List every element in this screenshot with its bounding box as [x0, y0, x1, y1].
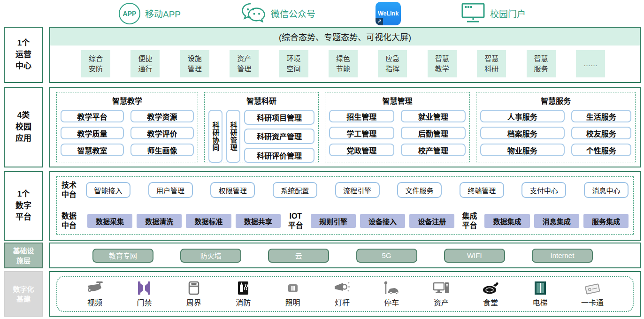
infrastructure-row: 基础设 施层 教育专网 防火墙 云 5G WIFI Internet	[4, 243, 641, 268]
platform-chip: 权限管理	[210, 182, 255, 198]
mobile-app-entry[interactable]: APP 移动APP	[119, 3, 181, 24]
operation-center-panel: (综合态势、专题态势、可视化大屏) 综合安防 便捷通行 设施管理 资产管理 环境…	[49, 27, 641, 83]
smart-campus-architecture-diagram: APP 移动APP 微信公众号 WeLink	[0, 0, 644, 319]
welink-label: WeLink	[378, 10, 399, 17]
module-chip: 档案服务	[480, 127, 565, 139]
chip-label: 智慧服务	[534, 53, 548, 75]
foundation-item-lighting: 照明	[284, 280, 301, 308]
campus-applications-row: 4类 校园 应用 智慧教学 教学平台 教学资源 教学质量 教学评价 智慧教室 师…	[4, 87, 641, 167]
foundation-item-label: 电梯	[533, 296, 548, 308]
canteen-icon	[482, 280, 499, 295]
parking-icon	[383, 280, 400, 295]
module-chip-vertical: 科研管理	[226, 110, 240, 163]
operation-chip: 便捷通行	[130, 50, 160, 77]
module-chip: 智慧教室	[61, 144, 124, 156]
chip-label: ……	[583, 59, 598, 69]
platform-chip: 流程引擎	[335, 182, 380, 198]
infrastructure-panel: 教育专网 防火墙 云 5G WIFI Internet	[49, 243, 641, 268]
platform-chip: 系统配置	[273, 182, 317, 198]
tech-middle-platform-label: 技术 中台	[61, 181, 86, 199]
arrow-up-right-icon	[376, 18, 383, 25]
foundation-item-label: 照明	[285, 296, 300, 308]
group-smart-teaching: 智慧教学 教学平台 教学资源 教学质量 教学评价 智慧教室 师生画像	[56, 92, 198, 162]
foundation-item-card: 一卡通	[581, 280, 604, 308]
operation-chip: 绿色节能	[329, 50, 358, 77]
chip-label: 便捷通行	[138, 53, 152, 75]
platform-chip: 消息中心	[584, 182, 629, 198]
chip-label: 设施管理	[188, 53, 202, 75]
platform-chip: 数据采集	[87, 214, 132, 228]
foundation-item-label: 食堂	[483, 296, 498, 308]
portal-label: 校园门户	[490, 7, 526, 20]
operation-chip: 设施管理	[180, 50, 209, 77]
campus-applications-panel: 智慧教学 教学平台 教学资源 教学质量 教学评价 智慧教室 师生画像 智慧科研 …	[49, 87, 641, 167]
network-chip: WIFI	[444, 249, 505, 263]
chip-label: 应急指挥	[385, 53, 399, 75]
module-chip: 师生画像	[130, 144, 194, 156]
platform-chip: 智能接入	[86, 182, 130, 198]
foundation-item-video: 视频	[86, 280, 103, 308]
platform-chip: 支付中心	[521, 182, 566, 198]
network-chip: 5G	[356, 249, 417, 263]
wechat-icon	[241, 2, 266, 25]
welink-icon: WeLink	[376, 2, 401, 25]
app-icon: APP	[119, 3, 140, 24]
foundation-item-label: 门禁	[137, 296, 152, 308]
operation-chip: 环境空间	[279, 50, 308, 77]
chip-label: 资产管理	[237, 53, 251, 75]
digital-foundation-label: 数字化 基建	[4, 271, 43, 317]
foundation-item-asset: 资产	[433, 280, 450, 308]
perimeter-icon	[185, 280, 202, 295]
integration-platform-label: 集成 平台	[459, 212, 480, 230]
digital-platform-label: 1个 数字 平台	[4, 171, 43, 241]
foundation-item-label: 周界	[186, 296, 201, 308]
operation-center-row: 1个 运营 中心 (综合态势、专题态势、可视化大屏) 综合安防 便捷通行 设施管…	[4, 27, 641, 83]
module-chip: 人事服务	[480, 110, 565, 122]
data-middle-platform-line: 数据 中台 数据采集 数据清洗 数据标准 数据共享 IOT 平台 规则引擎 设备…	[61, 212, 629, 230]
monitor-icon	[461, 2, 485, 25]
operation-chip: 资产管理	[230, 50, 259, 77]
module-chip: 教学平台	[61, 110, 124, 122]
digital-foundation-row: 数字化 基建 视频	[4, 271, 641, 317]
module-chip: 科研评价管理	[244, 148, 314, 163]
foundation-item-parking: 停车	[383, 280, 400, 308]
chip-label: 智慧科研	[484, 53, 498, 75]
platform-chip: 用户管理	[148, 182, 193, 198]
network-chip: 防火墙	[180, 249, 241, 263]
module-chip: 教学资源	[130, 110, 194, 122]
platform-chip: 设备注册	[409, 214, 454, 228]
group-smart-research: 智慧科研 科研协同 科研管理 科研项目管理 科研资产管理 科研评价管理	[204, 92, 319, 162]
digital-foundation-panel: 视频 门禁	[49, 271, 641, 317]
module-chip: 教学评价	[130, 127, 194, 139]
module-chip: 后勤管理	[401, 127, 466, 139]
asset-icon	[433, 280, 450, 295]
module-chip: 个性服务	[571, 144, 631, 156]
foundation-item-label: 灯杆	[335, 296, 350, 308]
digital-foundation-inner: 视频 门禁	[56, 276, 634, 312]
foundation-item-label: 消防	[236, 296, 251, 308]
chip-label: 智慧教学	[435, 53, 449, 75]
digital-platform-panel: 技术 中台 智能接入 用户管理 权限管理 系统配置 流程引擎 文件服务 终端管理…	[49, 171, 641, 241]
platform-chip: 数据共享	[236, 214, 281, 228]
card-icon	[584, 280, 601, 295]
platform-chip: 数据集成	[484, 214, 529, 228]
portal-entry[interactable]: 校园门户	[461, 2, 526, 25]
module-chip: 物业服务	[480, 144, 565, 156]
wechat-entry[interactable]: 微信公众号	[241, 2, 315, 25]
foundation-item-lamp-pole: 灯杆	[334, 280, 351, 308]
platform-chip: 文件服务	[397, 182, 442, 198]
module-chip: 校产管理	[401, 144, 466, 156]
data-middle-platform-label: 数据 中台	[61, 212, 83, 230]
foundation-item-fire: 消防	[235, 280, 252, 308]
cctv-camera-icon	[86, 280, 103, 295]
module-chip-vertical: 科研协同	[208, 110, 222, 163]
platform-chip: 服务集成	[583, 214, 629, 228]
operation-chips: 综合安防 便捷通行 设施管理 资产管理 环境空间 绿色节能 应急指挥 智慧教学 …	[50, 46, 640, 77]
welink-entry[interactable]: WeLink	[376, 2, 401, 25]
foundation-item-elevator: 电梯	[532, 280, 549, 308]
module-chip: 学工管理	[329, 127, 394, 139]
module-chip: 党政管理	[329, 144, 394, 156]
module-chip: 就业管理	[401, 110, 466, 122]
group-smart-management: 智慧管理 招生管理 就业管理 学工管理 后勤管理 党政管理 校产管理	[325, 92, 470, 162]
foundation-item-perimeter: 周界	[185, 280, 202, 308]
